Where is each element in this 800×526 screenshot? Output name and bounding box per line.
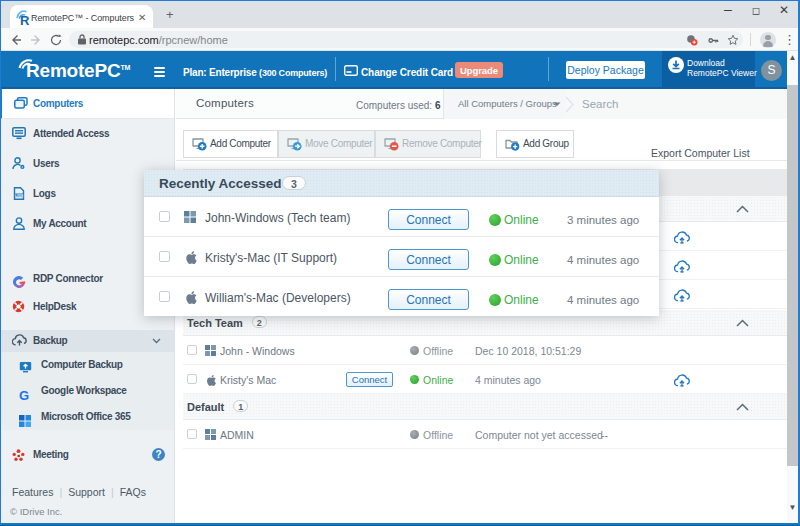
svg-text:LOGS: LOGS: [15, 194, 23, 198]
svg-text:R: R: [20, 13, 30, 27]
